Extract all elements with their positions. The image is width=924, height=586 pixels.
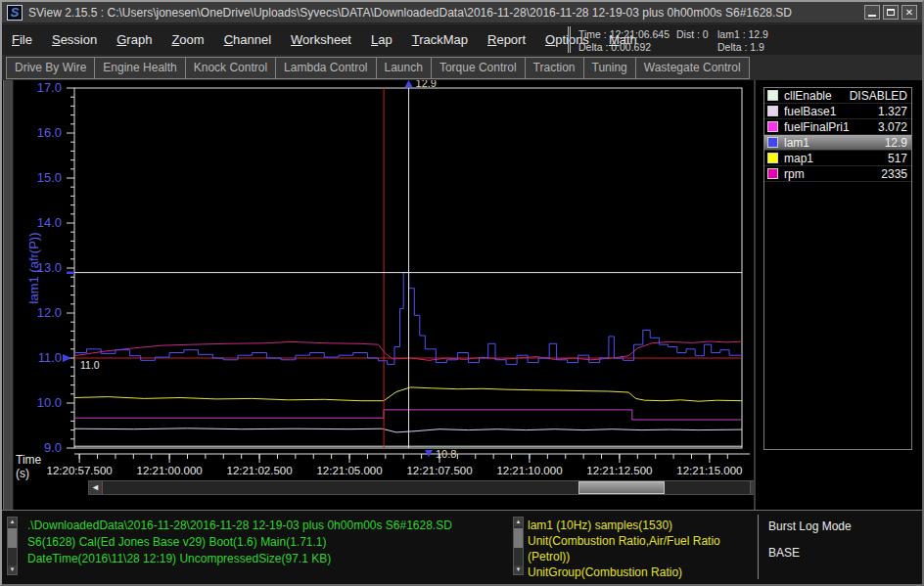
main-area: 9.010.011.012.013.014.015.016.017.0lam1 … — [2, 80, 922, 510]
x-axis-title-unit: (s) — [16, 467, 29, 480]
left-splitter[interactable] — [3, 80, 14, 510]
tab-engine-health[interactable]: Engine Health — [94, 57, 185, 79]
tab-drive-by-wire[interactable]: Drive By Wire — [6, 57, 95, 79]
menu-bar: FileSessionGraphZoomChannelWorksheetLapT… — [2, 24, 922, 55]
y-axis-title: lam1 (afr(P)) — [26, 233, 41, 304]
channel-color-swatch — [767, 153, 778, 163]
scroll-up-icon[interactable]: ▲ — [514, 518, 523, 526]
chart-area[interactable]: 9.010.011.012.013.014.015.016.017.0lam1 … — [15, 80, 753, 510]
channel-value: 12.9 — [885, 136, 907, 150]
log-file-datetime: DateTime(2016\11\28 12:19) UncompressedS… — [27, 551, 452, 567]
axis-value-marker — [67, 272, 74, 274]
cal-mode-label: BASE — [768, 546, 852, 560]
channel-info-line: Unit(Combustion Ratio,Air/Fuel Ratio — [528, 533, 720, 549]
maximize-button[interactable] — [883, 5, 899, 20]
legend-row-fuelbase1[interactable]: fuelBase1 1.327 — [764, 104, 911, 119]
channel-label: cllEnable — [784, 89, 850, 103]
channel-value: 2335 — [881, 167, 907, 181]
trace-map1 — [74, 387, 742, 401]
channel-color-swatch — [767, 137, 778, 148]
y-tick-label: 15.0 — [37, 170, 62, 185]
channel-label: rpm — [784, 167, 881, 181]
y-tick-label: 10.0 — [37, 395, 62, 410]
y-tick-label: 16.0 — [37, 125, 62, 140]
legend-row-lam1[interactable]: lam1 12.9 — [764, 135, 911, 151]
tab-knock-control[interactable]: Knock Control — [185, 57, 276, 79]
close-button[interactable]: ✕ — [901, 5, 917, 20]
minimize-button[interactable] — [864, 5, 880, 20]
log-file-cal-info: S6(1628) Cal(Ed Jones Base v29) Boot(1.6… — [27, 534, 452, 551]
menu-session[interactable]: Session — [42, 24, 107, 55]
channel-info: lam1 (10Hz) samples(1530) Unit(Combustio… — [528, 518, 720, 580]
channel-label: lam1 — [784, 136, 885, 150]
status-delta-time: Delta : 0:00.692 — [578, 41, 676, 54]
tab-traction[interactable]: Traction — [525, 57, 584, 79]
app-window: S SView 2.15.5 : C:\Users\jonesen\OneDri… — [0, 0, 924, 586]
file-info-scrollbar[interactable]: ▲ ▼ — [7, 517, 18, 575]
tab-torque-control[interactable]: Torque Control — [431, 57, 526, 79]
y-tick-label: 11.0 — [38, 350, 62, 365]
menu-file[interactable]: File — [2, 24, 42, 55]
channel-label: fuelBase1 — [784, 105, 878, 118]
channel-info-line: lam1 (10Hz) samples(1530) — [528, 518, 720, 533]
channel-color-swatch — [767, 168, 778, 179]
channel-color-swatch — [767, 90, 778, 101]
channel-info-scrollbar[interactable]: ▲ ▼ — [513, 517, 524, 575]
tab-lambda-control[interactable]: Lambda Control — [275, 57, 376, 79]
legend-row-cllenable[interactable]: cllEnable DISABLED — [764, 88, 911, 104]
y-tick-label: 14.0 — [37, 215, 62, 230]
menu-graph[interactable]: Graph — [107, 24, 162, 55]
x-tick-label: 12:21:15.000 — [676, 465, 742, 476]
legend-row-rpm[interactable]: rpm 2335 — [764, 166, 911, 182]
status-time: Time : 12:21:06.645 — [578, 28, 676, 41]
menu-report[interactable]: Report — [478, 24, 535, 55]
channel-info-line: (Petrol)) — [528, 549, 720, 564]
legend-row-map1[interactable]: map1 517 — [764, 151, 911, 166]
scrollbar-thumb[interactable] — [8, 528, 17, 548]
scroll-left-icon[interactable]: ◄ — [89, 481, 103, 494]
cursor-top-marker-icon — [405, 80, 413, 87]
channel-color-swatch — [767, 121, 778, 132]
tab-wastegate-control[interactable]: Wastegate Control — [635, 57, 750, 79]
time-scrollbar[interactable]: ◄ ► — [88, 480, 764, 495]
x-tick-label: 12:20:57.500 — [47, 465, 113, 476]
plot-border — [74, 88, 742, 448]
scrollbar-thumb[interactable] — [514, 528, 523, 548]
app-logo-icon: S — [7, 5, 23, 21]
close-icon: ✕ — [905, 7, 913, 18]
footer-info-panel: ▲ ▼ .\DownloadedData\2016-11-28\2016-11-… — [2, 510, 922, 584]
title-bar[interactable]: S SView 2.15.5 : C:\Users\jonesen\OneDri… — [2, 2, 922, 23]
menu-channel[interactable]: Channel — [214, 24, 281, 55]
channel-value: 1.327 — [878, 105, 907, 118]
legend-row-fuelfinalpri1[interactable]: fuelFinalPri1 3.072 — [764, 119, 911, 135]
x-tick-label: 12:21:12.500 — [586, 465, 652, 476]
y-tick-label: 9.0 — [44, 440, 62, 455]
y-tick-label: 12.0 — [37, 305, 62, 320]
channel-value: DISABLED — [850, 89, 907, 103]
channel-value: 517 — [888, 152, 907, 165]
trace-lam1 — [74, 273, 742, 365]
tab-launch[interactable]: Launch — [376, 57, 432, 79]
scroll-down-icon[interactable]: ▼ — [514, 565, 523, 574]
time-scrollbar-thumb[interactable] — [578, 481, 665, 494]
maximize-icon — [887, 9, 895, 16]
scroll-up-icon[interactable]: ▲ — [8, 518, 17, 526]
menu-zoom[interactable]: Zoom — [162, 24, 213, 55]
target-value-label: 11.0 — [80, 359, 100, 371]
cursor-status-readout: Time : 12:21:06.645 Dist : 0 lam1 : 12.9… — [568, 26, 920, 53]
chart-canvas[interactable]: 9.010.011.012.013.014.015.016.017.0lam1 … — [15, 80, 753, 510]
channel-color-swatch — [767, 106, 778, 116]
tab-tuning[interactable]: Tuning — [583, 57, 636, 79]
menu-trackmap[interactable]: TrackMap — [402, 24, 478, 55]
status-dist: Dist : 0 — [676, 28, 717, 41]
menu-lap[interactable]: Lap — [361, 24, 402, 55]
channel-label: map1 — [784, 152, 888, 165]
log-file-path: .\DownloadedData\2016-11-28\2016-11-28 1… — [27, 518, 452, 534]
scroll-down-icon[interactable]: ▼ — [8, 565, 17, 574]
menu-worksheet[interactable]: Worksheet — [281, 24, 361, 55]
channel-value: 3.072 — [878, 120, 907, 134]
cursor-min-label: 10.8 — [436, 448, 456, 460]
x-axis-title: Time — [16, 453, 42, 467]
x-tick-label: 12:21:05.000 — [316, 465, 382, 476]
x-tick-label: 12:21:10.000 — [496, 465, 562, 476]
